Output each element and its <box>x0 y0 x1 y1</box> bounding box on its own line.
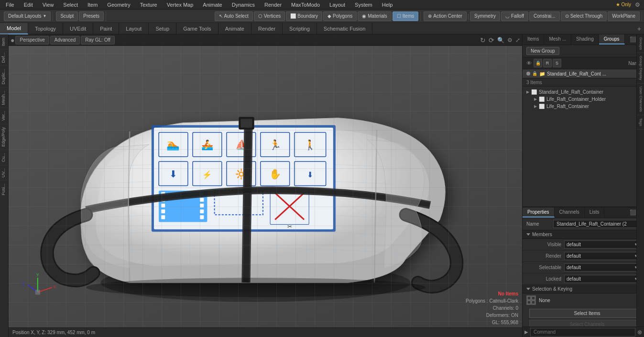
vtab-user-channels[interactable]: User Channels <box>637 84 644 115</box>
menu-item-maxtomode[interactable]: MaxToModo <box>289 1 322 9</box>
sidebar-tab-mesh[interactable]: Mesh... <box>0 87 8 108</box>
tab-paint[interactable]: Paint <box>93 23 119 34</box>
panel-expand-icon[interactable]: ⬛ <box>630 36 636 43</box>
tab-properties[interactable]: Properties <box>523 207 555 217</box>
rotate-icon[interactable]: ↻ <box>480 36 486 44</box>
vtab-group-display[interactable]: Group Display <box>637 53 644 84</box>
perspective-button[interactable]: Perspective <box>15 36 49 44</box>
sync-icon[interactable]: ⟳ <box>489 36 494 44</box>
select-items-button[interactable]: Select Items <box>529 309 644 318</box>
presets-button[interactable]: Presets <box>79 11 104 21</box>
menu-item-texture[interactable]: Texture <box>138 1 159 9</box>
falloff-button[interactable]: ◡ Falloff <box>501 11 528 21</box>
sidebar-tab-duplic[interactable]: Duplic... <box>0 65 8 87</box>
settings-icon[interactable]: ⚙ <box>507 37 513 43</box>
expand-icon[interactable]: ⤢ <box>515 37 520 43</box>
vtab-tags[interactable]: Tags <box>637 115 644 130</box>
tab-uvedit[interactable]: UVEdit <box>63 23 93 34</box>
tab-render[interactable]: Render <box>251 23 283 34</box>
new-group-button[interactable]: New Group <box>526 47 559 55</box>
boundary-icon: ⬜ <box>290 13 296 19</box>
locked-select[interactable]: default ▼ <box>564 275 640 283</box>
menu-item-layout[interactable]: Layout <box>327 1 347 9</box>
menu-item-view[interactable]: View <box>41 1 56 9</box>
menu-item-edit[interactable]: Edit <box>22 1 35 9</box>
group-header-row[interactable]: 🔒 📁 Standard_Life_Raft_Cont ... <box>523 69 644 78</box>
tab-channels[interactable]: Channels <box>555 207 585 217</box>
selectable-select[interactable]: default ▼ <box>564 263 640 272</box>
tab-setup[interactable]: Setup <box>149 23 176 34</box>
symmetry-button[interactable]: Symmetry <box>470 11 500 21</box>
tab-game-tools[interactable]: Game Tools <box>176 23 218 34</box>
name-field[interactable] <box>553 220 640 228</box>
tab-groups[interactable]: Groups <box>599 34 625 44</box>
advanced-button[interactable]: Advanced <box>50 36 80 44</box>
tab-layout[interactable]: Layout <box>119 23 149 34</box>
select-through-button[interactable]: ⊙ Select Through <box>561 11 607 21</box>
tab-items[interactable]: Items <box>523 34 544 44</box>
sidebar-tab-def[interactable]: Def... <box>0 49 8 66</box>
ray-gl-button[interactable]: Ray GL: Off <box>81 36 115 44</box>
menu-item-select[interactable]: Select <box>61 1 80 9</box>
add-tab-icon[interactable]: + <box>637 25 641 33</box>
sidebar-tab-fusi[interactable]: Fusi... <box>0 180 8 198</box>
sidebar-tab-uv[interactable]: UV... <box>0 165 8 180</box>
default-layouts-button[interactable]: Default Layouts ▼ <box>4 11 51 21</box>
workplane-button[interactable]: WorkPlane <box>608 11 640 21</box>
settings-icon[interactable]: ⚙ <box>635 1 640 8</box>
tab-animate[interactable]: Animate <box>218 23 251 34</box>
menu-item-geometry[interactable]: Geometry <box>105 1 132 9</box>
toolbar-icon-btn-2[interactable]: R <box>543 59 552 67</box>
mode-tabs-bar: Model Topology UVEdit Paint Layout Setup… <box>0 23 644 34</box>
vertices-button[interactable]: ⬡ Vertices <box>254 11 285 21</box>
vtab-groups[interactable]: Groups <box>637 34 644 53</box>
polygons-button[interactable]: ◆ Polygons <box>323 11 357 21</box>
sidebar-tab-ver[interactable]: Ver... <box>0 108 8 124</box>
visibility-icon-btn[interactable]: 👁 <box>525 59 533 67</box>
viewport-scene[interactable]: 🏊 🚣 ⛵ 🏃 🚶 ⬇ ⚡ 🔆 ✋ ⬇ <box>9 34 522 337</box>
constraints-button[interactable]: Constrai... <box>529 11 560 21</box>
action-center-button[interactable]: ⊕ Action Center <box>424 11 467 21</box>
sculpt-button[interactable]: Sculpt <box>56 11 78 21</box>
svg-text:🏃: 🏃 <box>269 139 282 151</box>
toolbar-icon-btn-1[interactable]: 🔒 <box>534 59 542 67</box>
command-input[interactable] <box>530 328 635 337</box>
transform-group: ⊕ Action Center | Symmetry ◡ Falloff Con… <box>422 11 642 21</box>
render-select[interactable]: default ▼ <box>564 252 640 260</box>
viewport-toolbar: ● Perspective Advanced Ray GL: Off ↻ ⟳ 🔍… <box>9 34 522 46</box>
menu-item-render[interactable]: Render <box>262 1 284 9</box>
sidebar-tab-cu[interactable]: Cu... <box>0 150 8 165</box>
menu-item-file[interactable]: File <box>4 1 16 9</box>
scene-svg: 🏊 🚣 ⛵ 🏃 🚶 ⬇ ⚡ 🔆 ✋ ⬇ <box>9 34 522 337</box>
menu-item-vertexmap[interactable]: Vertex Map <box>165 1 196 9</box>
tab-scripting[interactable]: Scripting <box>283 23 317 34</box>
tab-shading[interactable]: Shading <box>571 34 599 44</box>
toolbar-icon-btn-3[interactable]: S <box>553 59 561 67</box>
tab-mesh[interactable]: Mesh ... <box>544 34 571 44</box>
items-button[interactable]: ☐ Items <box>393 11 418 21</box>
tree-item-raft[interactable]: ▶ ⬜ Life_Raft_Container <box>530 103 644 110</box>
auto-select-button[interactable]: ↖ Auto Select <box>215 11 253 21</box>
menu-item-dynamics[interactable]: Dynamics <box>230 1 257 9</box>
command-settings-icon[interactable]: ⊗ <box>637 329 642 336</box>
menu-item-animate[interactable]: Animate <box>201 1 224 9</box>
layouts-label: Default Layouts <box>8 13 42 19</box>
menu-item-system[interactable]: System <box>353 1 374 9</box>
svg-rect-40 <box>240 119 252 128</box>
visible-select[interactable]: default ▼ <box>564 240 640 249</box>
viewport-3d-area[interactable]: ● Perspective Advanced Ray GL: Off ↻ ⟳ 🔍… <box>9 34 522 337</box>
tree-item-holder[interactable]: ▶ ⬜ Life_Raft_Container_Holder <box>530 96 644 103</box>
zoom-icon[interactable]: 🔍 <box>497 37 504 43</box>
boundary-button[interactable]: ⬜ Boundary <box>286 11 322 21</box>
tree-item-container[interactable]: ▶ ⬜ Standard_Life_Raft_Container <box>523 88 644 96</box>
tab-topology[interactable]: Topology <box>28 23 63 34</box>
props-expand-icon[interactable]: ⬛ <box>630 209 636 216</box>
materials-button[interactable]: ◉ Materials <box>358 11 392 21</box>
tab-model[interactable]: Model <box>0 23 28 34</box>
menu-item-item[interactable]: Item <box>86 1 99 9</box>
tab-lists[interactable]: Lists <box>585 207 605 217</box>
menu-item-help[interactable]: Help <box>380 1 395 9</box>
sidebar-tab-item[interactable]: Item <box>0 34 8 49</box>
tab-schematic[interactable]: Schematic Fusion <box>317 23 372 34</box>
sidebar-tab-edge-poly[interactable]: Edge/Poly <box>0 124 8 150</box>
